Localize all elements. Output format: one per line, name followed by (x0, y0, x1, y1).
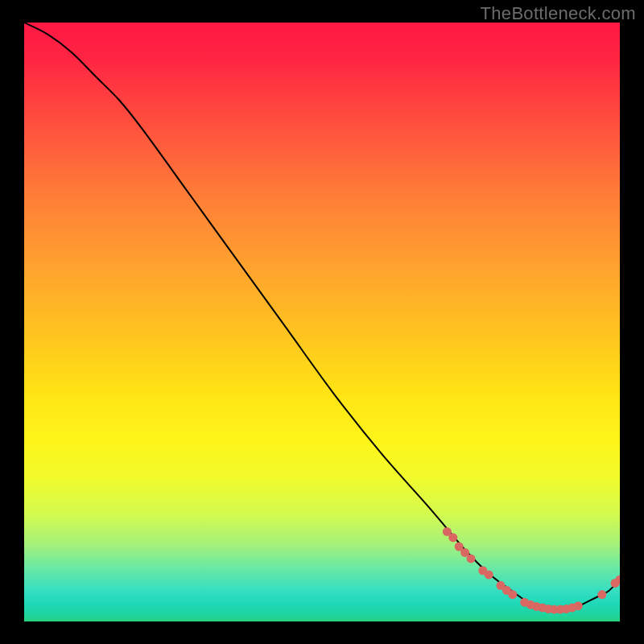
watermark-text: TheBottleneck.com (481, 3, 636, 24)
data-point-marker (597, 590, 606, 599)
gradient-plot-area (24, 23, 620, 621)
data-point-marker (508, 590, 517, 599)
bottleneck-curve-line (24, 23, 620, 610)
data-point-marker (485, 570, 493, 579)
curve-svg (24, 23, 620, 621)
data-point-marker (574, 601, 583, 610)
data-point-marker (467, 554, 476, 563)
chart-frame: TheBottleneck.com (0, 0, 644, 644)
data-point-markers (443, 527, 620, 614)
data-point-marker (448, 533, 457, 542)
